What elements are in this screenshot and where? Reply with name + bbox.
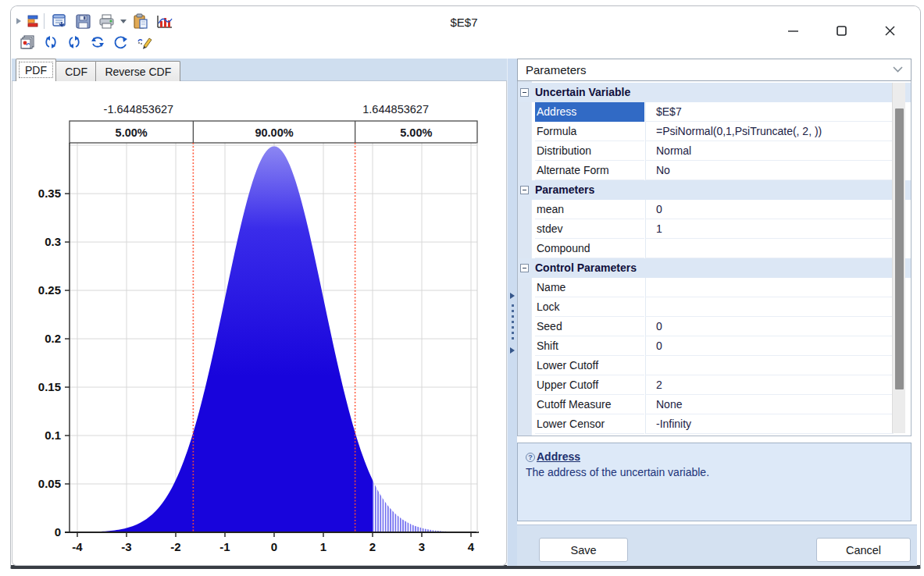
- maximize-icon: [837, 26, 847, 36]
- property-row-formula[interactable]: Formula=PsiNormal(0,1,PsiTruncate(, 2, )…: [518, 122, 898, 141]
- property-value[interactable]: 2: [645, 375, 894, 395]
- chart-button[interactable]: [152, 11, 176, 31]
- property-value[interactable]: -Infinity: [645, 414, 894, 434]
- pane-splitter[interactable]: [507, 59, 517, 566]
- copy-chart-button[interactable]: [16, 32, 39, 52]
- print-button[interactable]: [95, 11, 118, 31]
- property-label[interactable]: mean: [535, 200, 644, 219]
- help-icon: ?: [526, 453, 535, 462]
- property-value[interactable]: Normal: [645, 141, 894, 161]
- x-tick-label: -2: [170, 540, 180, 553]
- property-row-stdev[interactable]: stdev1: [518, 219, 898, 239]
- parameters-header-label: Parameters: [526, 63, 587, 76]
- property-help-panel: ?Address The address of the uncertain va…: [517, 443, 912, 521]
- property-row-name[interactable]: Name: [518, 278, 898, 297]
- property-label[interactable]: Seed: [535, 317, 644, 336]
- property-label[interactable]: Name: [535, 278, 644, 297]
- scrollbar-thumb[interactable]: [895, 108, 904, 389]
- save-report-button[interactable]: [48, 11, 71, 31]
- property-value[interactable]: $E$7: [645, 102, 894, 122]
- tab-pdf[interactable]: PDF: [16, 59, 56, 81]
- property-row-lower-censor[interactable]: Lower Censor-Infinity: [518, 414, 898, 434]
- property-row-compound[interactable]: Compound: [518, 239, 898, 258]
- property-value[interactable]: [645, 297, 894, 317]
- property-value[interactable]: [645, 278, 894, 297]
- y-tick-label: 0.25: [38, 283, 61, 297]
- tab-cdf[interactable]: CDF: [55, 61, 97, 81]
- property-value[interactable]: 1: [645, 219, 894, 239]
- property-row-lock[interactable]: Lock: [518, 297, 898, 317]
- splitter-arrow-top[interactable]: [510, 293, 515, 299]
- property-grid-scrollbar[interactable]: [892, 83, 905, 433]
- splitter-grip-dot: [512, 315, 514, 318]
- property-value[interactable]: 0: [645, 336, 894, 356]
- section-parameters[interactable]: Parameters: [518, 180, 912, 200]
- close-button[interactable]: [865, 17, 914, 44]
- property-value[interactable]: 0: [645, 317, 894, 336]
- section-uncertain-variable[interactable]: Uncertain Variable: [518, 83, 912, 102]
- x-tick-label: 4: [468, 540, 475, 553]
- collapse-icon[interactable]: [520, 186, 529, 194]
- flip-right-button[interactable]: [62, 32, 86, 52]
- property-row-mean[interactable]: mean0: [518, 200, 898, 219]
- property-row-seed[interactable]: Seed0: [518, 317, 898, 336]
- maximize-button[interactable]: [817, 17, 865, 44]
- percentile-handles[interactable]: -1.6448536271.644853627: [104, 103, 429, 116]
- paste-icon: [133, 13, 148, 29]
- property-row-lower-cutoff[interactable]: Lower Cutoff: [518, 356, 898, 375]
- pdf-curve-area: [70, 146, 373, 532]
- flip-left-button[interactable]: [39, 32, 62, 52]
- collapse-icon[interactable]: [520, 88, 529, 97]
- property-label[interactable]: Lower Cutoff: [535, 356, 644, 375]
- print-options-dropdown[interactable]: [118, 11, 129, 31]
- property-value[interactable]: =PsiNormal(0,1,PsiTruncate(, 2, )): [645, 122, 894, 141]
- property-label[interactable]: Compound: [535, 239, 644, 258]
- rotate-icon: [114, 35, 128, 50]
- property-label[interactable]: Alternate Form: [535, 161, 644, 180]
- splitter-arrow-bottom[interactable]: [510, 347, 515, 354]
- property-label[interactable]: stdev: [535, 219, 644, 239]
- chevron-down-icon: [893, 66, 903, 73]
- tab-label: CDF: [65, 66, 87, 78]
- flip-vertical-button[interactable]: [86, 32, 109, 52]
- property-row-alternate-form[interactable]: Alternate FormNo: [518, 161, 898, 180]
- property-label[interactable]: Shift: [535, 336, 644, 356]
- parameters-dropdown[interactable]: Parameters: [517, 59, 912, 81]
- truncated-tail-area: [373, 480, 449, 532]
- chart-icon: [156, 14, 173, 29]
- rotate-button[interactable]: [109, 32, 133, 52]
- property-value[interactable]: [645, 239, 894, 258]
- property-value[interactable]: No: [645, 161, 894, 180]
- property-row-address[interactable]: Address$E$7: [518, 102, 898, 122]
- tab-reverse-cdf[interactable]: Reverse CDF: [95, 61, 180, 81]
- copy-chart-icon: [20, 34, 35, 50]
- property-label[interactable]: Formula: [535, 122, 644, 141]
- chart-panel: 5.00%90.00%5.00%-1.6448536271.644853627-…: [12, 81, 507, 566]
- cancel-button[interactable]: Cancel: [816, 538, 911, 562]
- property-label[interactable]: Lock: [535, 297, 644, 317]
- property-label[interactable]: Cutoff Measure: [535, 395, 644, 414]
- y-tick-label: 0.2: [45, 332, 61, 345]
- save-button-toolbar[interactable]: [71, 11, 95, 31]
- paste-button[interactable]: [129, 11, 152, 31]
- property-label[interactable]: Lower Censor: [535, 414, 644, 434]
- property-label[interactable]: Address: [535, 102, 644, 122]
- property-value[interactable]: None: [645, 395, 894, 414]
- property-label[interactable]: Distribution: [535, 141, 644, 161]
- property-row-distribution[interactable]: DistributionNormal: [518, 141, 898, 161]
- x-tick-label: 1: [320, 540, 326, 553]
- property-row-shift[interactable]: Shift0: [518, 336, 898, 356]
- help-title: Address: [537, 450, 580, 463]
- edit-curve-button[interactable]: [133, 32, 156, 52]
- collapse-icon[interactable]: [520, 264, 529, 272]
- property-row-upper-cutoff[interactable]: Upper Cutoff2: [518, 375, 898, 395]
- save-button[interactable]: Save: [539, 538, 628, 562]
- section-control-parameters[interactable]: Control Parameters: [518, 258, 912, 278]
- property-value[interactable]: 0: [645, 200, 894, 219]
- property-label[interactable]: Upper Cutoff: [535, 375, 644, 395]
- property-row-cutoff-measure[interactable]: Cutoff MeasureNone: [518, 395, 898, 414]
- toolbar-overflow-arrow[interactable]: [16, 17, 22, 25]
- minimize-button[interactable]: [769, 17, 817, 44]
- property-value[interactable]: [645, 356, 894, 375]
- y-tick-label: 0: [55, 525, 61, 539]
